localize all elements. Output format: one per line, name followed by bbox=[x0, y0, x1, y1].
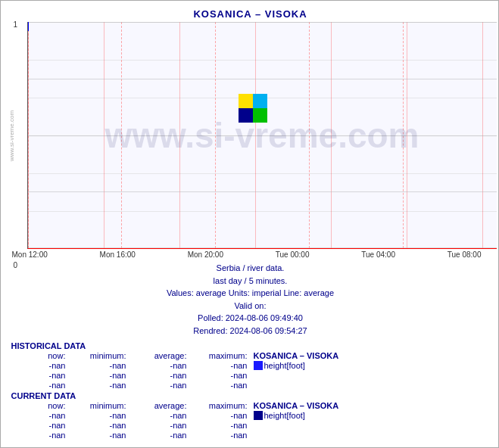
info-line4: Valid on: bbox=[167, 300, 334, 313]
hist-row1-now: -nan bbox=[11, 361, 72, 370]
curr-row1-avg: -nan bbox=[133, 411, 193, 420]
info-line1: Serbia / river data. bbox=[167, 262, 334, 275]
hist-row1-min: -nan bbox=[72, 361, 133, 370]
x-label-0: Mon 12:00 bbox=[12, 250, 48, 259]
hist-col-now: now: bbox=[11, 351, 72, 360]
curr-row1-min: -nan bbox=[72, 411, 133, 420]
curr-col-avg: average: bbox=[133, 401, 193, 410]
hist-row2-avg: -nan bbox=[133, 371, 193, 380]
hist-col-avg: average: bbox=[133, 351, 193, 360]
x-label-4: Tue 04:00 bbox=[361, 250, 395, 259]
hist-row2-now: -nan bbox=[11, 371, 72, 380]
curr-row2-now: -nan bbox=[11, 421, 72, 430]
info-line2: last day / 5 minutes. bbox=[167, 275, 334, 288]
hist-legend-entry: height[foot] bbox=[264, 361, 305, 370]
curr-row3-avg: -nan bbox=[133, 431, 193, 440]
curr-col-min: minimum: bbox=[72, 401, 133, 410]
curr-legend-box bbox=[254, 411, 263, 420]
hist-col-max: maximum: bbox=[193, 351, 254, 360]
curr-row3-now: -nan bbox=[11, 431, 72, 440]
hist-row2-min: -nan bbox=[72, 371, 133, 380]
y-axis-bottom: 0 bbox=[14, 261, 18, 269]
curr-row2-avg: -nan bbox=[133, 421, 193, 430]
hist-row1-avg: -nan bbox=[133, 361, 193, 370]
hist-col-min: minimum: bbox=[72, 351, 133, 360]
historical-header: HISTORICAL DATA bbox=[11, 341, 493, 350]
y-axis-top: 1 bbox=[14, 20, 18, 29]
x-label-1: Mon 16:00 bbox=[100, 250, 136, 259]
hist-legend-box bbox=[254, 361, 263, 370]
x-label-2: Mon 20:00 bbox=[188, 250, 223, 259]
info-line5: Polled: 2024-08-06 09:49:40 bbox=[167, 312, 334, 325]
curr-row3-max: -nan bbox=[193, 431, 254, 440]
hist-row3-min: -nan bbox=[72, 381, 133, 390]
hist-row3-max: -nan bbox=[193, 381, 254, 390]
watermark-logo bbox=[239, 94, 267, 123]
curr-col-max: maximum: bbox=[193, 401, 254, 410]
curr-row3-min: -nan bbox=[72, 431, 133, 440]
curr-col-now: now: bbox=[11, 401, 72, 410]
curr-row1-max: -nan bbox=[193, 411, 254, 420]
curr-legend-entry: height[foot] bbox=[264, 411, 305, 420]
x-label-5: Tue 08:00 bbox=[448, 250, 482, 259]
x-label-3: Tue 00:00 bbox=[276, 250, 310, 259]
info-line3: Values: average Units: imperial Line: av… bbox=[167, 287, 334, 300]
hist-row1-max: -nan bbox=[193, 361, 254, 370]
curr-legend-label: KOSANICA – VISOKA bbox=[254, 401, 339, 410]
hist-row3-now: -nan bbox=[11, 381, 72, 390]
curr-row1-now: -nan bbox=[11, 411, 72, 420]
curr-row2-max: -nan bbox=[193, 421, 254, 430]
hist-row2-max: -nan bbox=[193, 371, 254, 380]
hist-legend-label: KOSANICA – VISOKA bbox=[254, 351, 339, 360]
curr-row2-min: -nan bbox=[72, 421, 133, 430]
info-line6: Rendred: 2024-08-06 09:54:27 bbox=[167, 325, 334, 338]
chart-title: KOSANICA – VISOKA bbox=[193, 8, 307, 20]
current-header: CURRENT DATA bbox=[11, 391, 493, 400]
hist-row3-avg: -nan bbox=[133, 381, 193, 390]
